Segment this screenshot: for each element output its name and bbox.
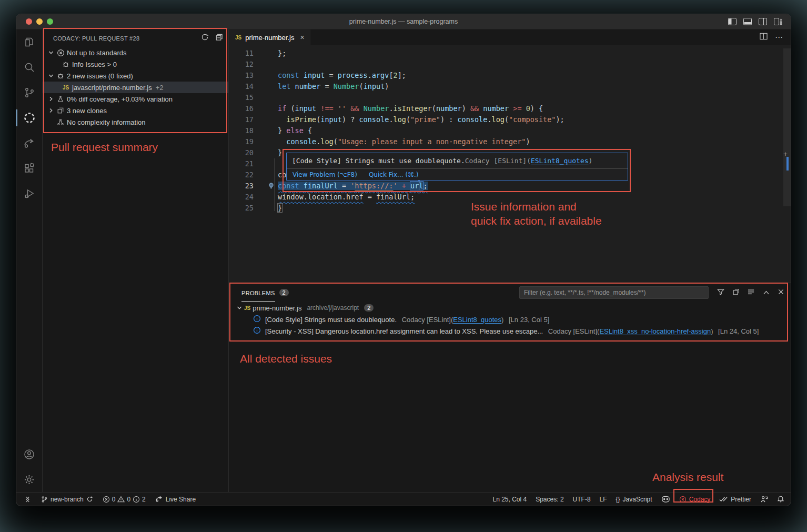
notifications-bell-icon[interactable] xyxy=(777,495,784,503)
activity-bar xyxy=(16,29,43,492)
overview-ruler[interactable]: + xyxy=(783,45,791,283)
problems-panel: PROBLEMS 2 xyxy=(229,283,791,492)
problem-row-xss[interactable]: [Security - XSS] Dangerous location.href… xyxy=(229,325,791,337)
code-line[interactable]: 23const finalUrl = 'https://:' + url; xyxy=(229,180,783,192)
accounts-icon[interactable] xyxy=(16,441,42,467)
pull-request-tree: Not up to standards Info Issues > 0 2 ne… xyxy=(43,47,228,128)
issue-hover-popup: [Code Style] Strings must use doublequot… xyxy=(286,153,628,180)
js-file-icon: JS xyxy=(244,305,250,311)
code-line[interactable]: 18} else { xyxy=(229,125,783,136)
extensions-icon[interactable] xyxy=(16,156,42,181)
toggle-secondary-sidebar-icon[interactable] xyxy=(759,18,767,25)
more-actions-icon[interactable]: ⋯ xyxy=(775,33,783,42)
gate-bug-icon xyxy=(60,61,71,68)
tab-prime-number[interactable]: JS prime-number.js × xyxy=(229,29,310,45)
code-line[interactable]: 16if (input !== '' && Number.isInteger(n… xyxy=(229,103,783,114)
remote-indicator-icon[interactable] xyxy=(24,496,32,503)
explorer-icon[interactable] xyxy=(16,29,42,55)
refresh-icon[interactable] xyxy=(201,33,209,43)
view-problem-action[interactable]: View Problem (⌥F8) xyxy=(292,171,357,178)
vscode-window: prime-number.js — sample-programs CODACY… xyxy=(16,14,791,506)
scrollbar-slider[interactable] xyxy=(783,48,791,206)
tab-problems[interactable]: PROBLEMS 2 xyxy=(241,283,289,302)
code-line[interactable]: 12 xyxy=(229,59,783,70)
tree-item-standards[interactable]: Not up to standards xyxy=(43,47,228,58)
codacy-icon[interactable] xyxy=(16,105,42,131)
source-control-icon[interactable] xyxy=(16,80,42,105)
problem-location: [Ln 24, Col 5] xyxy=(718,327,759,335)
problems-filter-input[interactable] xyxy=(519,286,709,299)
tree-item-file[interactable]: JS javascript/prime-number.js +2 xyxy=(43,82,228,93)
git-branch-status[interactable]: new-branch xyxy=(41,496,93,503)
tree-item-info-issues[interactable]: Info Issues > 0 xyxy=(43,58,228,70)
chevron-right-icon xyxy=(47,108,55,113)
code-editor[interactable]: 11};1213const input = process.argv[2];14… xyxy=(229,45,791,283)
minimize-window-button[interactable] xyxy=(36,18,43,25)
customize-layout-icon[interactable] xyxy=(774,18,782,25)
code-line[interactable]: 24window.location.href = finalUrl; xyxy=(229,192,783,203)
chevron-down-icon xyxy=(47,73,55,78)
settings-gear-icon[interactable] xyxy=(16,467,42,492)
toggle-panel-icon[interactable] xyxy=(743,18,752,25)
problems-file-row[interactable]: JS prime-number.js archive/j/javascript … xyxy=(229,302,791,314)
eslint-rule-link[interactable]: ESLint8_quotes xyxy=(531,157,589,165)
eol-status[interactable]: LF xyxy=(600,496,607,503)
tree-item-complexity[interactable]: No complexity information xyxy=(43,116,228,128)
code-line[interactable]: 14let number = Number(input) xyxy=(229,81,783,92)
feedback-icon[interactable] xyxy=(760,496,768,503)
window-title: prime-number.js — sample-programs xyxy=(16,18,791,25)
copy-icon[interactable] xyxy=(732,288,740,297)
problem-message: [Security - XSS] Dangerous location.href… xyxy=(265,327,543,335)
codacy-status[interactable]: Codacy xyxy=(679,496,711,503)
chevron-down-icon xyxy=(47,50,55,55)
maximize-panel-icon[interactable] xyxy=(763,289,770,297)
copilot-icon[interactable] xyxy=(661,495,670,503)
collapse-all-icon[interactable] xyxy=(215,33,223,43)
tree-item-coverage[interactable]: 0% diff coverage, +0.03% variation xyxy=(43,93,228,105)
error-circle-icon xyxy=(55,49,66,57)
close-tab-icon[interactable]: × xyxy=(300,33,304,42)
prettier-status[interactable]: Prettier xyxy=(719,496,751,503)
problem-row-quotes[interactable]: [Code Style] Strings must use doublequot… xyxy=(229,314,791,325)
file-name: prime-number.js xyxy=(253,304,301,312)
sidebar-title: CODACY: PULL REQUEST #28 xyxy=(53,35,201,42)
complexity-graph-icon xyxy=(55,118,66,126)
js-file-icon: JS xyxy=(60,85,71,91)
toggle-primary-sidebar-icon[interactable] xyxy=(728,18,737,25)
indentation-status[interactable]: Spaces: 2 xyxy=(536,496,563,503)
live-share-icon[interactable] xyxy=(16,131,42,156)
view-as-table-icon[interactable] xyxy=(748,289,755,297)
eslint-rule-link[interactable]: ESLint8_quotes xyxy=(453,316,501,324)
cursor-position-status[interactable]: Ln 25, Col 4 xyxy=(492,496,527,503)
filter-funnel-icon[interactable] xyxy=(717,288,724,297)
problems-count-badge: 2 xyxy=(279,289,289,296)
code-line[interactable]: 15 xyxy=(229,92,783,103)
tree-item-clones[interactable]: 3 new clones xyxy=(43,105,228,116)
lightbulb-autofix-icon[interactable] xyxy=(267,182,275,192)
live-share-status[interactable]: Live Share xyxy=(155,495,196,503)
encoding-status[interactable]: UTF-8 xyxy=(573,496,591,503)
eslint-rule-link[interactable]: ESLint8_xss_no-location-href-assign xyxy=(599,327,711,335)
code-line[interactable]: 17 isPrime(input) ? console.log("prime")… xyxy=(229,114,783,125)
split-editor-icon[interactable] xyxy=(760,33,768,42)
code-line[interactable]: 25} xyxy=(229,203,783,214)
js-file-icon: JS xyxy=(235,35,241,41)
tree-item-new-issues[interactable]: 2 new issues (0 fixed) xyxy=(43,70,228,82)
zoom-window-button[interactable] xyxy=(47,18,53,25)
beaker-icon xyxy=(55,95,66,103)
search-icon[interactable] xyxy=(16,55,42,80)
quick-fix-action[interactable]: Quick Fix... (⌘.) xyxy=(369,171,419,178)
clone-icon xyxy=(55,107,66,114)
problems-status[interactable]: 0 0 2 xyxy=(103,496,146,503)
code-line[interactable]: 11}; xyxy=(229,48,783,59)
info-marker xyxy=(786,157,789,170)
close-panel-icon[interactable] xyxy=(778,288,784,297)
run-debug-icon[interactable] xyxy=(16,181,42,206)
info-icon xyxy=(253,315,261,324)
language-mode-status[interactable]: {}JavaScript xyxy=(616,496,652,503)
chevron-right-icon xyxy=(47,96,55,102)
code-line[interactable]: 13const input = process.argv[2]; xyxy=(229,70,783,81)
code-line[interactable]: 19 console.log("Usage: please input a no… xyxy=(229,136,783,147)
tab-label: prime-number.js xyxy=(245,34,294,42)
close-window-button[interactable] xyxy=(26,18,32,25)
